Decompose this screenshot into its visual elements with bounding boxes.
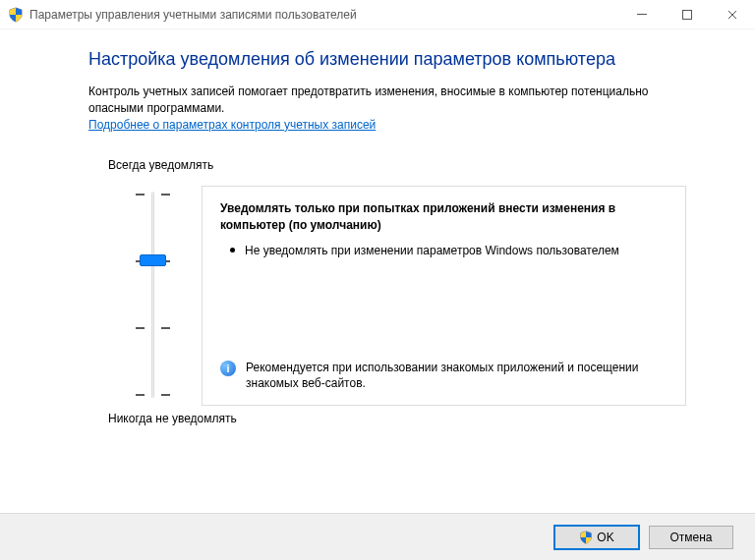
notify-slider[interactable]	[138, 188, 167, 402]
slider-tick	[136, 194, 145, 196]
slider-tick	[161, 394, 170, 396]
intro-text: Контроль учетных записей помогает предот…	[88, 84, 686, 133]
window-title: Параметры управления учетными записями п…	[29, 8, 357, 22]
svg-rect-0	[637, 14, 647, 15]
minimize-button[interactable]	[619, 0, 665, 28]
level-bullet: Не уведомлять при изменении параметров W…	[230, 243, 668, 258]
slider-track	[151, 192, 154, 398]
bullet-icon	[230, 248, 235, 252]
close-button[interactable]	[710, 0, 755, 28]
uac-shield-icon	[8, 7, 24, 23]
level-recommendation-text: Рекомендуется при использовании знакомых…	[246, 360, 668, 391]
slider-tick	[161, 194, 170, 196]
intro-body: Контроль учетных записей помогает предот…	[88, 84, 648, 115]
level-description-panel: Уведомлять только при попытках приложени…	[202, 186, 686, 406]
slider-thumb[interactable]	[140, 254, 166, 266]
level-bullet-text: Не уведомлять при изменении параметров W…	[245, 243, 619, 258]
slider-tick	[136, 394, 145, 396]
titlebar: Параметры управления учетными записями п…	[0, 0, 755, 29]
ok-button-label: OK	[597, 531, 613, 544]
info-icon: i	[220, 361, 236, 376]
page-title: Настройка уведомления об изменении парам…	[88, 49, 686, 70]
learn-more-link[interactable]: Подробнее о параметрах контроля учетных …	[88, 118, 376, 132]
level-recommendation: i Рекомендуется при использовании знаком…	[220, 360, 668, 391]
content: Настройка уведомления об изменении парам…	[0, 29, 755, 133]
cancel-button-label: Отмена	[669, 531, 712, 544]
window-controls	[619, 0, 755, 28]
slider-tick	[161, 327, 170, 329]
ok-button[interactable]: OK	[554, 526, 639, 549]
cancel-button[interactable]: Отмена	[649, 526, 733, 549]
slider-label-bottom: Никогда не уведомлять	[108, 412, 237, 425]
svg-rect-1	[683, 10, 692, 19]
maximize-button[interactable]	[665, 0, 710, 28]
dialog-footer: OK Отмена	[0, 513, 755, 560]
uac-shield-icon	[579, 531, 593, 544]
level-title: Уведомлять только при попытках приложени…	[220, 200, 668, 232]
slider-label-top: Всегда уведомлять	[108, 158, 213, 172]
slider-tick	[136, 327, 145, 329]
